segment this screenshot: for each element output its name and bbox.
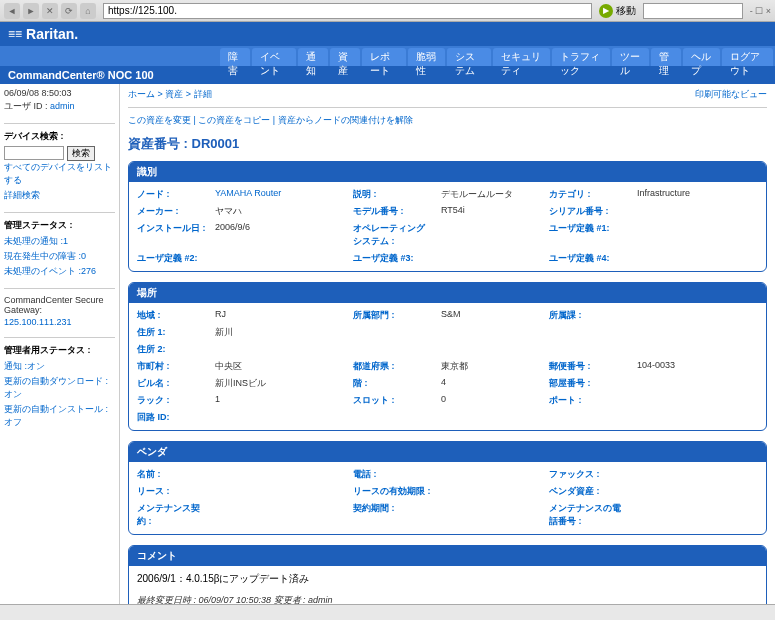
breadcrumb: 印刷可能なビュー ホーム > 資産 > 詳細 <box>128 88 767 101</box>
go-label: 移動 <box>616 4 636 18</box>
main-tabs: 障害イベント通知資産レポート脆弱性システムセキュリティトラフィックツール管理ヘル… <box>0 46 775 66</box>
device-search-input[interactable] <box>4 146 64 160</box>
tab-6[interactable]: システム <box>447 48 491 66</box>
sidebar: 06/09/08 8:50:03 ユーザ ID : admin デバイス検索 :… <box>0 84 120 614</box>
tab-10[interactable]: 管理 <box>651 48 681 66</box>
copy-asset-link[interactable]: この資産をコピー <box>198 115 270 125</box>
tab-8[interactable]: トラフィック <box>552 48 610 66</box>
tab-11[interactable]: ヘルプ <box>683 48 720 66</box>
panel-vendor: ベンダ 名前 :電話 :ファックス : リース :リースの有効期限 :ベンダ資産… <box>128 441 767 535</box>
comment-text: 2006/9/1：4.0.15βにアップデート済み <box>137 572 758 586</box>
fault-link[interactable]: 現在発生中の障害 :0 <box>4 250 115 263</box>
datetime: 06/09/08 8:50:03 <box>4 88 115 98</box>
print-view-link[interactable]: 印刷可能なビュー <box>695 88 767 101</box>
main-content: 印刷可能なビュー ホーム > 資産 > 詳細 この資産を変更 | この資産をコピ… <box>120 84 775 614</box>
back-icon[interactable]: ◄ <box>4 3 20 19</box>
tab-9[interactable]: ツール <box>612 48 649 66</box>
device-search-title: デバイス検索 : <box>4 130 115 143</box>
home-icon[interactable]: ⌂ <box>80 3 96 19</box>
stop-icon[interactable]: ✕ <box>42 3 58 19</box>
tab-3[interactable]: 資産 <box>330 48 360 66</box>
window-controls[interactable]: - ☐ × <box>750 6 771 16</box>
panel-identification: 識別 ノード :YAMAHA Router説明 :デモルームルータカテゴリ :I… <box>128 161 767 272</box>
tab-2[interactable]: 通知 <box>298 48 328 66</box>
tab-12[interactable]: ログアウト <box>722 48 773 66</box>
edit-asset-link[interactable]: この資産を変更 <box>128 115 191 125</box>
asset-title: 資産番号 : DR0001 <box>128 135 767 153</box>
app-header: ≡≡Raritan. <box>0 22 775 46</box>
list-all-link[interactable]: すべてのデバイスをリストする <box>4 161 115 187</box>
adv-search-link[interactable]: 詳細検索 <box>4 189 115 202</box>
action-links: この資産を変更 | この資産をコピー | 資産からノードの関連付けを解除 <box>128 114 767 127</box>
logo-icon: ≡≡ <box>8 27 22 41</box>
reload-icon[interactable]: ⟳ <box>61 3 77 19</box>
bc-assets[interactable]: 資産 <box>165 89 183 99</box>
statusbar <box>0 604 775 620</box>
go-icon[interactable]: ▶ <box>599 4 613 18</box>
logo: ≡≡Raritan. <box>8 26 78 42</box>
browser-search[interactable] <box>643 3 743 19</box>
url-input[interactable]: https://125.100. <box>103 3 592 19</box>
event-link[interactable]: 未処理のイベント :276 <box>4 265 115 278</box>
bc-home[interactable]: ホーム <box>128 89 155 99</box>
tab-4[interactable]: レポート <box>362 48 406 66</box>
user-link[interactable]: admin <box>50 101 75 111</box>
panel-location: 場所 地域 :RJ所属部門 :S&M所属課 : 住所 1:新川 住所 2: 市町… <box>128 282 767 431</box>
search-button[interactable]: 検索 <box>67 146 95 161</box>
tab-7[interactable]: セキュリティ <box>493 48 551 66</box>
browser-toolbar: ◄ ► ✕ ⟳ ⌂ https://125.100. ▶ 移動 - ☐ × <box>0 0 775 22</box>
tab-1[interactable]: イベント <box>252 48 296 66</box>
tab-0[interactable]: 障害 <box>220 48 250 66</box>
forward-icon[interactable]: ► <box>23 3 39 19</box>
tab-5[interactable]: 脆弱性 <box>408 48 445 66</box>
notify-link[interactable]: 未処理の通知 :1 <box>4 235 115 248</box>
node-link[interactable]: YAMAHA Router <box>215 188 345 201</box>
gateway-ip[interactable]: 125.100.111.231 <box>4 317 115 327</box>
unlink-node-link[interactable]: 資産からノードの関連付けを解除 <box>278 115 413 125</box>
